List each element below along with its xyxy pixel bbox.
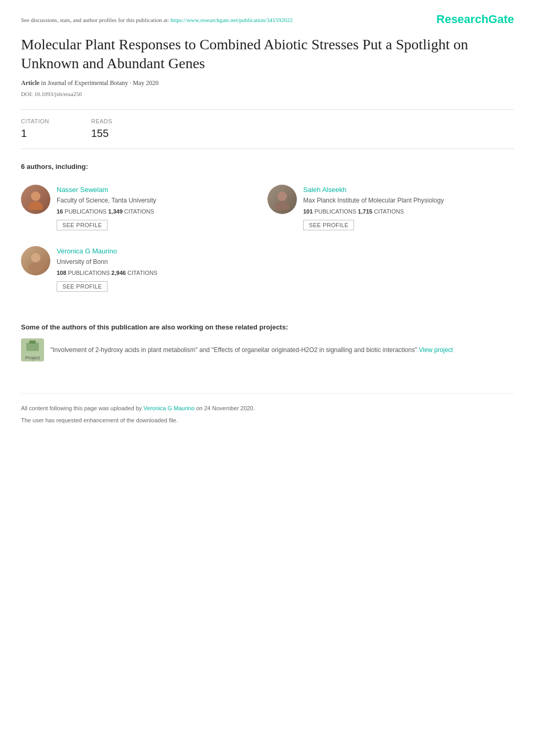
- reads-value: 155: [91, 125, 112, 141]
- author-info-saleh: Saleh Alseekh Max Planck Institute of Mo…: [303, 185, 514, 230]
- footer-upload-text: All content following this page was uplo…: [21, 404, 514, 413]
- footer-uploader-link[interactable]: Veronica G Maurino: [144, 405, 195, 411]
- citation-value: 1: [21, 125, 49, 141]
- author-stats-saleh: 101 PUBLICATIONS 1,715 CITATIONS: [303, 207, 514, 216]
- svg-rect-7: [29, 340, 36, 344]
- author-affiliation-veronica: University of Bonn: [57, 257, 268, 267]
- reads-stat: READS 155: [91, 117, 112, 142]
- author-card-veronica: Veronica G Maurino University of Bonn 10…: [21, 241, 268, 302]
- svg-point-1: [28, 201, 43, 210]
- author-name-veronica[interactable]: Veronica G Maurino: [57, 246, 268, 257]
- reads-label: READS: [91, 117, 112, 126]
- author-name-nasser[interactable]: Nasser Sewelam: [57, 185, 268, 195]
- view-project-link[interactable]: View project: [419, 346, 453, 354]
- see-profile-button-nasser[interactable]: SEE PROFILE: [57, 220, 108, 230]
- see-profile-button-veronica[interactable]: SEE PROFILE: [57, 281, 108, 292]
- avatar-nasser: [21, 185, 50, 214]
- author-name-saleh[interactable]: Saleh Alseekh: [303, 185, 514, 195]
- article-date: May 2020: [133, 79, 158, 87]
- paper-title: Molecular Plant Responses to Combined Ab…: [21, 35, 514, 73]
- svg-point-0: [31, 191, 40, 201]
- avatar-veronica: [21, 246, 50, 275]
- authors-grid: Nasser Sewelam Faculty of Science, Tanta…: [21, 179, 514, 302]
- author-affiliation-saleh: Max Planck Institute of Molecular Plant …: [303, 196, 514, 205]
- project-description: "Involvement of 2-hydroxy acids in plant…: [50, 345, 453, 355]
- author-affiliation-nasser: Faculty of Science, Tanta University: [57, 196, 268, 205]
- author-info-veronica: Veronica G Maurino University of Bonn 10…: [57, 246, 268, 292]
- project-item: Project "Involvement of 2-hydroxy acids …: [21, 338, 514, 361]
- authors-section: 6 authors, including: Nasser Sewelam Fac…: [21, 162, 514, 302]
- author-info-nasser: Nasser Sewelam Faculty of Science, Tanta…: [57, 185, 268, 230]
- logo-text: ResearchGate: [436, 13, 514, 26]
- article-meta-in: in: [41, 79, 47, 87]
- article-journal: Journal of Experimental Botany: [48, 79, 129, 87]
- related-projects-section: Some of the authors of this publication …: [21, 315, 514, 362]
- author-card-nasser: Nasser Sewelam Faculty of Science, Tanta…: [21, 179, 268, 241]
- authors-section-title: 6 authors, including:: [21, 162, 514, 172]
- project-badge: Project: [21, 338, 44, 361]
- article-type: Article: [21, 79, 39, 87]
- related-projects-title: Some of the authors of this publication …: [21, 322, 514, 333]
- author-stats-veronica: 108 PUBLICATIONS 2,946 CITATIONS: [57, 269, 268, 278]
- citation-label: CITATION: [21, 117, 49, 126]
- see-profile-button-saleh[interactable]: SEE PROFILE: [303, 220, 354, 230]
- avatar-saleh: [268, 185, 297, 214]
- researchgate-logo: ResearchGate: [436, 10, 514, 28]
- footer-user-note: The user has requested enhancement of th…: [21, 416, 514, 425]
- publication-url-link[interactable]: https://www.researchgate.net/publication…: [170, 17, 293, 23]
- svg-point-5: [28, 263, 43, 271]
- top-link-prefix: See discussions, stats, and author profi…: [21, 17, 169, 23]
- citation-stat: CITATION 1: [21, 117, 49, 142]
- author-stats-nasser: 16 PUBLICATIONS 1,349 CITATIONS: [57, 207, 268, 216]
- article-meta: Article in Journal of Experimental Botan…: [21, 78, 514, 88]
- svg-point-4: [31, 253, 40, 262]
- svg-point-3: [275, 201, 290, 210]
- svg-rect-6: [26, 343, 39, 351]
- project-badge-label: Project: [25, 355, 40, 361]
- stats-row: CITATION 1 READS 155: [21, 109, 514, 150]
- doi: DOI: 10.1093/jxb/eraa250: [21, 90, 514, 99]
- footer: All content following this page was uplo…: [21, 393, 514, 424]
- author-card-saleh: Saleh Alseekh Max Planck Institute of Mo…: [268, 179, 514, 241]
- svg-point-2: [277, 191, 287, 201]
